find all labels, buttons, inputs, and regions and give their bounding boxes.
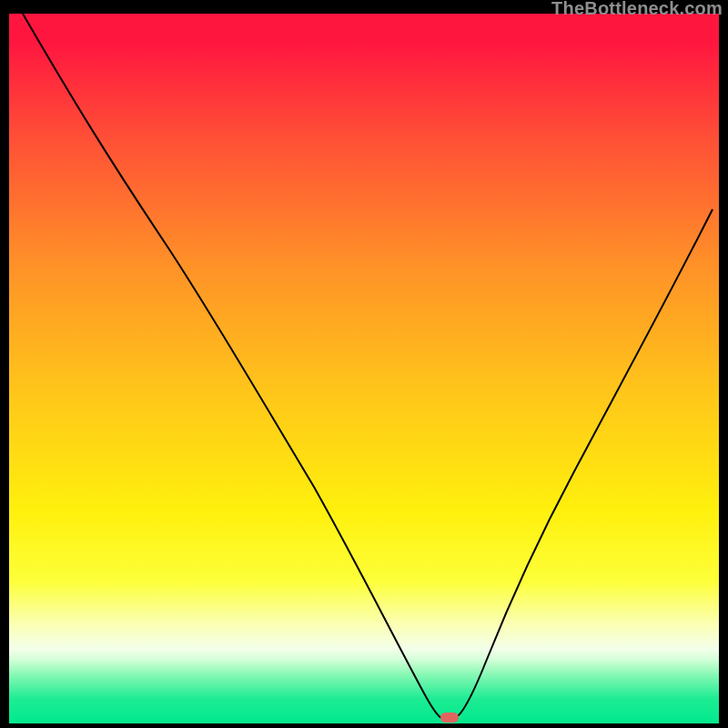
bottleneck-curve-line — [23, 14, 713, 718]
bottleneck-chart-svg — [9, 14, 719, 723]
optimal-point-marker — [440, 713, 459, 723]
watermark-text: TheBottleneck.com — [551, 0, 723, 19]
chart-plot-area — [9, 14, 719, 723]
